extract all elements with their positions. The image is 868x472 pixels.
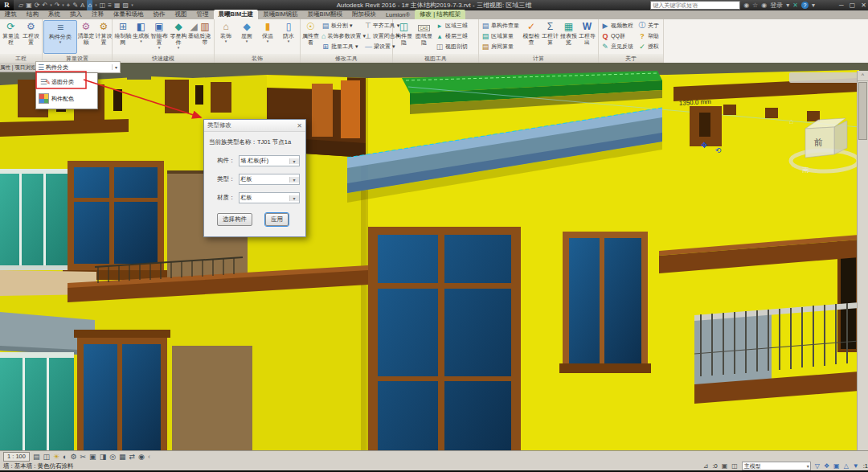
type-select[interactable]: 栏板 ▾ xyxy=(239,174,300,185)
select-component-button[interactable]: 选择构件 xyxy=(217,213,252,226)
tab-chenxi-bim-civil[interactable]: 晨曦BIM土建 xyxy=(214,10,259,19)
quantity-workflow-button[interactable]: ⟳ 算量流程 xyxy=(1,20,21,54)
misc-component-button[interactable]: ◆ 零星构件 ▾ xyxy=(169,20,188,54)
property-view-button[interactable]: ☉ 属性查看 xyxy=(301,20,320,54)
menu-item-select-drawing-classification[interactable]: ☰✎ 选图分类 xyxy=(36,73,97,90)
video-tutorial-button[interactable]: ▶视频教程 xyxy=(600,20,637,31)
tab-collaborate[interactable]: 协作 xyxy=(149,10,170,19)
component-classification-split-button[interactable]: ☰ 构件分类 ▾ xyxy=(35,61,121,73)
tab-modify-structural-framing[interactable]: 修改 | 结构框架 xyxy=(415,10,465,19)
generate-slab-button[interactable]: ◧ 生成板 ▾ xyxy=(133,20,149,54)
temporary-isolate-icon[interactable]: ◎ xyxy=(109,452,116,462)
help-icon[interactable]: ? xyxy=(801,2,809,9)
show-crop-icon[interactable]: ▣ xyxy=(89,452,96,462)
report-preview-button[interactable]: ▦ 报表预览 xyxy=(559,20,578,54)
drawing-visibility-button[interactable]: CAD 图纸显隐 xyxy=(414,20,434,54)
insulation-button[interactable]: ▮ 保温 ▾ xyxy=(257,20,278,54)
chevron-down-icon[interactable]: ▾ xyxy=(112,64,120,70)
region-quantity-button[interactable]: ▤区域算量 xyxy=(480,31,522,41)
signin-label[interactable]: 登录 xyxy=(770,2,783,9)
roof-button[interactable]: ◆ 屋面 ▾ xyxy=(236,20,257,54)
dialog-close-icon[interactable]: ✕ xyxy=(297,122,302,129)
floor-3d-button[interactable]: ▴楼层三维 xyxy=(434,31,476,41)
palette-tabs-strip[interactable]: 属性 | 项目浏览器 xyxy=(0,63,35,72)
help-button[interactable]: ?帮助 xyxy=(637,31,661,41)
selection-filter-icon[interactable]: ▼ xyxy=(853,462,859,470)
design-options-icon[interactable]: ◫ xyxy=(731,462,738,470)
reveal-hidden-icon[interactable]: ▦ xyxy=(119,452,126,462)
viewport-canvas[interactable]: 1350.0 mm ✥ ⟲ ✛ xyxy=(0,63,868,450)
single-component-quantity-button[interactable]: ▤单构件查量 xyxy=(480,20,522,31)
tab-view[interactable]: 视图 xyxy=(170,10,192,19)
menu-item-component-coloring[interactable]: 构件配色 xyxy=(36,90,97,107)
chevron-down-icon[interactable]: ▾ xyxy=(812,2,815,9)
project-export-button[interactable]: W 工程导出 xyxy=(578,20,596,54)
region-3d-button[interactable]: ▸区域三维 xyxy=(434,20,476,31)
close-button[interactable]: ✕ xyxy=(861,0,866,10)
select-links-icon[interactable]: ❖ xyxy=(824,462,829,470)
set-closure-button[interactable]: ⊥设置闭合▾ xyxy=(363,31,392,41)
search-icon[interactable]: ◉ xyxy=(743,2,749,9)
rotate-gizmo-icon[interactable]: ⟲ xyxy=(715,146,722,154)
visual-style-icon[interactable]: ◫ xyxy=(43,452,50,462)
tab-annotate[interactable]: 注释 xyxy=(87,10,108,19)
worksharing-display-icon[interactable]: ⇄ xyxy=(129,452,136,462)
chevron-down-icon[interactable]: ▾ xyxy=(289,177,299,183)
temporary-view-properties-icon[interactable]: ◉ xyxy=(138,452,145,462)
maximize-button[interactable]: ▢ xyxy=(850,0,856,10)
tab-chenxi-bim-rebar[interactable]: 晨曦BIM钢筋 xyxy=(258,10,302,19)
chevron-down-icon[interactable]: ▾ xyxy=(289,158,299,164)
select-underlay-icon[interactable]: ▣ xyxy=(833,462,840,470)
vertical-scrollbar[interactable]: ^ xyxy=(857,71,868,450)
scroll-up-arrow-icon[interactable]: ^ xyxy=(858,71,868,81)
tab-architecture[interactable]: 建筑 xyxy=(0,10,22,19)
favorites-star-icon[interactable]: ☆ xyxy=(752,2,758,9)
chevron-down-icon[interactable]: ▾ xyxy=(807,463,810,469)
waterproof-button[interactable]: ▯ 防水 ▾ xyxy=(278,20,299,54)
view-scale[interactable]: 1 : 100 xyxy=(3,452,30,462)
batch-tools-button[interactable]: ⊞批量工具▾ xyxy=(320,41,363,51)
exclude-options-icon[interactable]: ▽ xyxy=(815,462,820,470)
dialog-title-bar[interactable]: 类型修改 ✕ xyxy=(204,120,305,132)
tab-insert[interactable]: 插入 xyxy=(65,10,87,19)
room-quantity-button[interactable]: ▤房间算量 xyxy=(480,41,522,51)
decoration-button[interactable]: ⌂ 装饰 ▾ xyxy=(215,20,236,54)
search-input[interactable] xyxy=(650,1,740,10)
editing-requests-icon[interactable]: ⊿ xyxy=(703,462,709,470)
tab-lumion[interactable]: Lumion® xyxy=(381,10,415,19)
slab-split-button[interactable]: ▤板分割▾ xyxy=(320,20,363,31)
collapse-icon[interactable]: ‹ xyxy=(148,452,150,462)
bill-quota-button[interactable]: ⚙ 清单定额 xyxy=(77,20,95,54)
tab-manage[interactable]: 管理 xyxy=(192,10,214,19)
material-select[interactable]: 栏板 ▾ xyxy=(239,192,300,203)
sun-path-icon[interactable]: ☀ xyxy=(53,452,59,462)
tab-systems[interactable]: 系统 xyxy=(43,10,65,19)
foundation-button[interactable]: ◢ 基础 xyxy=(188,20,199,54)
minimize-button[interactable]: ─ xyxy=(839,0,844,10)
apply-button[interactable]: 应用 xyxy=(265,213,289,226)
qq-group-button[interactable]: QQQ群 xyxy=(600,31,637,41)
license-button[interactable]: ✓授权 xyxy=(637,41,661,51)
about-button[interactable]: ⓘ关于 xyxy=(637,20,661,31)
feedback-button[interactable]: ✎意见反馈 xyxy=(600,41,637,51)
active-workset-select[interactable]: 主模型 ▾ xyxy=(742,462,811,470)
tab-addins[interactable]: 附加模块 xyxy=(347,10,381,19)
move-gizmo-icon[interactable]: ✥ xyxy=(701,141,707,150)
project-calculation-button[interactable]: Σ 工程计算 xyxy=(541,20,559,54)
worksets-icon[interactable]: ▣ xyxy=(722,462,728,470)
tab-chenxi-bim-model[interactable]: 晨曦BIM翻模 xyxy=(303,10,347,19)
calculation-settings-button[interactable]: ⚙ 计算设置 xyxy=(95,20,113,54)
draw-grid-button[interactable]: ⊞ 绘制轴网 xyxy=(113,20,133,54)
tab-structure[interactable]: 结构 xyxy=(22,10,43,19)
project-settings-button[interactable]: ⚙ 工程设置 xyxy=(21,20,41,54)
tab-massing-site[interactable]: 体量和场地 xyxy=(108,10,149,19)
component-classification-button[interactable]: ≡ 构件分类 ▾ xyxy=(43,20,77,54)
scrollbar-thumb[interactable] xyxy=(858,82,867,140)
crop-view-icon[interactable]: ✂ xyxy=(80,452,87,462)
smart-layout-button[interactable]: ▣ 智能布置 ▾ xyxy=(149,20,169,54)
post-cast-strip-button[interactable]: ▥ 后浇带 xyxy=(199,20,211,54)
align-tools-button[interactable]: ⊤平齐工具▾ xyxy=(363,20,392,31)
beam-settings-button[interactable]: ―梁设置▾ xyxy=(363,41,392,51)
model-check-button[interactable]: ✓ 模型检查 xyxy=(522,20,541,54)
detail-level-icon[interactable]: ▤ xyxy=(33,452,40,462)
